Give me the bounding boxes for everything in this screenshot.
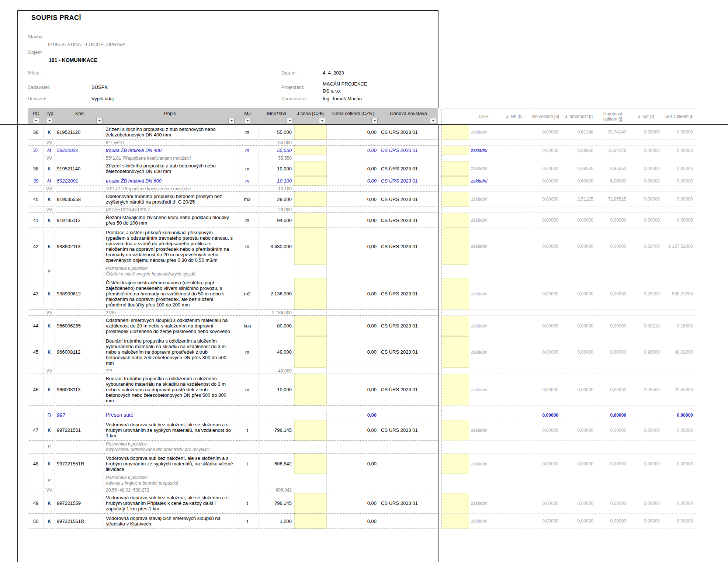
gap-cell xyxy=(259,406,294,410)
cell-cena-celkem xyxy=(327,441,379,454)
cell-j-nh xyxy=(499,493,530,514)
filter-button-typ[interactable] xyxy=(46,118,53,123)
cell-typ: K xyxy=(44,336,55,368)
cell-dph-input[interactable] xyxy=(441,146,469,155)
filter-button-popis[interactable] xyxy=(228,118,235,123)
cell-j-hmotnost: 0,88535 xyxy=(561,161,596,176)
cell-j-nh xyxy=(499,454,530,474)
cell-jcena-input[interactable] xyxy=(294,336,327,368)
filter-button-cena-celkem[interactable] xyxy=(371,118,378,123)
cell-dph-input[interactable] xyxy=(441,228,469,265)
cell-jcena-input[interactable] xyxy=(294,228,327,265)
cell-hmotnost-celkem xyxy=(596,186,629,192)
cell-sut-celkem: 0,00000 xyxy=(663,213,696,228)
cell-jcena-input[interactable] xyxy=(294,213,327,228)
column-header-cena-celkem: Cena celkem [CZK] xyxy=(327,108,379,125)
cell-cenova-soustava xyxy=(379,368,438,374)
filter-button-cenova-soustava[interactable] xyxy=(430,118,436,123)
filter-button-pc[interactable] xyxy=(33,118,39,123)
cell-jcena-input[interactable] xyxy=(294,374,327,406)
gap-cell xyxy=(561,406,596,410)
cell-sut-celkem xyxy=(663,207,696,213)
cell-cena-celkem: 0,00 xyxy=(327,336,379,368)
filter-button-jcena[interactable] xyxy=(319,118,325,123)
cell-j-sut: 2,05500 xyxy=(629,374,663,406)
cell-dph-input[interactable] xyxy=(441,278,469,310)
cell-cenova-soustava xyxy=(379,186,438,192)
cell-mj: m xyxy=(236,161,259,176)
cell-j-nh xyxy=(499,192,530,207)
cell-mj: m xyxy=(236,176,259,186)
cell-j-nh xyxy=(499,374,530,406)
cell-popis: Bourání trubního propustku s odklizením … xyxy=(104,336,236,368)
cell-cena-celkem: 0,00 xyxy=(327,213,379,228)
cell-mnozstvi: 10,100 xyxy=(259,176,294,186)
cell-dph-input[interactable] xyxy=(441,161,469,176)
cell-dph-input[interactable] xyxy=(441,493,469,514)
filter-button-kod[interactable] xyxy=(96,118,103,123)
cell-sut-celkem xyxy=(663,265,696,278)
cell-jcena-input[interactable] xyxy=(294,278,327,310)
cell-jcena-input[interactable] xyxy=(294,161,327,176)
cell-dph-input[interactable] xyxy=(441,420,469,441)
cell-dph-input[interactable] xyxy=(441,336,469,368)
cell-kod: 919735112 xyxy=(55,213,104,228)
cell-kod: 919521140 xyxy=(55,161,104,176)
cell-dph: základní xyxy=(469,514,499,529)
filter-button-mnozstvi[interactable] xyxy=(287,118,293,123)
table-row-vv: VV21362 136,000 xyxy=(28,310,696,316)
cell-mnozstvi: 94,000 xyxy=(259,213,294,228)
cell-j-nh xyxy=(499,474,530,487)
gap-cell xyxy=(499,406,530,410)
cell-dph-input[interactable] xyxy=(441,374,469,406)
cell-dph-input xyxy=(441,368,469,374)
cell-popis: Vodorovná doprava suti bez naložení, ale… xyxy=(104,420,236,441)
cell-note: Poznámka k položce:nánosy z krajnic a bo… xyxy=(104,474,236,487)
cell-dph-input[interactable] xyxy=(441,192,469,207)
table-row-vv: VV6*7,5+1055,000 xyxy=(28,140,696,146)
table-row-39: 39M59222001trouba ŽB hrdlová DN 600m10,1… xyxy=(28,176,696,186)
filter-button-mj[interactable] xyxy=(245,118,251,123)
cell-jcena-input[interactable] xyxy=(294,514,327,529)
cell-typ: VV xyxy=(44,487,55,493)
cell-dph-input xyxy=(441,265,469,278)
cell-sut-celkem: 0,00000 xyxy=(663,514,696,529)
cell-dph-input[interactable] xyxy=(441,316,469,336)
cell-jcena-input[interactable] xyxy=(294,146,327,155)
cell-jcena-input[interactable] xyxy=(294,192,327,207)
cell-mnozstvi: 1,000 xyxy=(259,514,294,529)
chevron-down-icon xyxy=(48,120,51,122)
cell-j-sut: 0,00000 xyxy=(629,213,663,228)
table-row-38: 38K919521140Zřízení silničního propustku… xyxy=(28,161,696,176)
row-spacer xyxy=(438,420,441,441)
table-row-note: PPoznámka k položce:nánosy z krajnic a b… xyxy=(28,474,696,487)
cell-jcena-input[interactable] xyxy=(294,125,327,140)
table-row-48: 48K997221551RVodorovná doprava suti bez … xyxy=(28,454,696,474)
cell-kod: 966008112 xyxy=(55,336,104,368)
cell-hmotnost-celkem xyxy=(596,265,629,278)
cell-kod: 59222022 xyxy=(55,146,104,155)
cell-dph-input[interactable] xyxy=(441,514,469,529)
cell-jcena-input[interactable] xyxy=(294,420,327,441)
cell-hmotnost-celkem: 0,00000 xyxy=(596,374,629,406)
row-spacer xyxy=(438,228,441,265)
row-spacer xyxy=(438,410,441,420)
cell-popis: Řezání stávajícího živičného krytu nebo … xyxy=(104,213,236,228)
cell-dph-input[interactable] xyxy=(441,176,469,186)
cell-cena-celkem xyxy=(327,155,379,161)
chevron-down-icon xyxy=(230,120,233,122)
cell-jcena-input[interactable] xyxy=(294,316,327,336)
cell-jcena-input[interactable] xyxy=(294,493,327,514)
cell-jcena-input[interactable] xyxy=(294,176,327,186)
cell-jcena-input[interactable] xyxy=(294,454,327,474)
cell-dph-input[interactable] xyxy=(441,125,469,140)
cell-dph-input[interactable] xyxy=(441,213,469,228)
projektant-value-line2: DS s.r.o. xyxy=(323,88,341,94)
cell-cenova-soustava xyxy=(379,140,438,146)
gap-cell xyxy=(663,406,696,410)
cell-dph-input[interactable] xyxy=(441,454,469,474)
cell-pc xyxy=(28,186,44,192)
cell-cena-celkem xyxy=(327,186,379,192)
cell-pc xyxy=(28,474,44,487)
cell-dph: základní xyxy=(469,125,499,140)
